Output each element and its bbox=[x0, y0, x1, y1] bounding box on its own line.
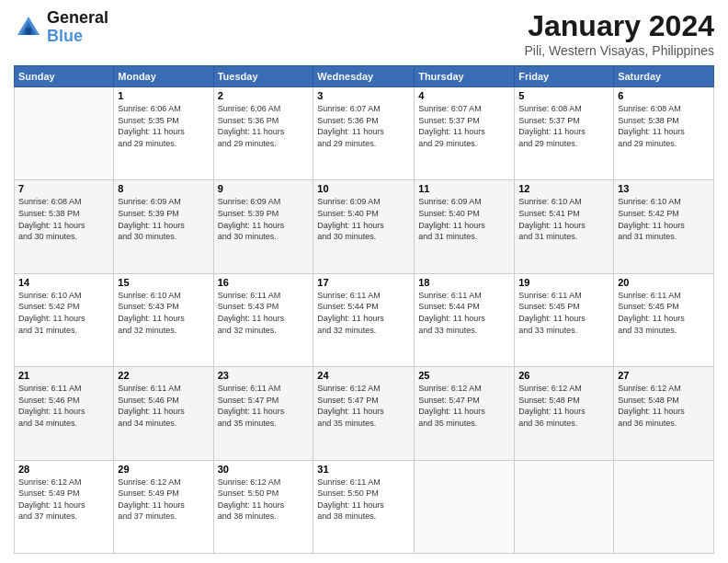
day-cell: 17Sunrise: 6:11 AMSunset: 5:44 PMDayligh… bbox=[313, 273, 415, 366]
day-number: 1 bbox=[118, 90, 209, 101]
day-cell: 2Sunrise: 6:06 AMSunset: 5:36 PMDaylight… bbox=[213, 87, 313, 180]
day-info: Sunrise: 6:11 AMSunset: 5:44 PMDaylight:… bbox=[418, 290, 510, 336]
logo-icon bbox=[14, 13, 43, 42]
day-info: Sunrise: 6:07 AMSunset: 5:36 PMDaylight:… bbox=[317, 103, 410, 149]
day-info: Sunrise: 6:09 AMSunset: 5:40 PMDaylight:… bbox=[418, 196, 510, 242]
day-cell bbox=[15, 87, 114, 180]
col-header-saturday: Saturday bbox=[614, 66, 714, 87]
day-number: 28 bbox=[18, 464, 109, 475]
title-block: January 2024 Pili, Western Visayas, Phil… bbox=[525, 9, 714, 58]
day-info: Sunrise: 6:09 AMSunset: 5:40 PMDaylight:… bbox=[317, 196, 410, 242]
day-info: Sunrise: 6:11 AMSunset: 5:43 PMDaylight:… bbox=[218, 290, 310, 336]
day-info: Sunrise: 6:08 AMSunset: 5:38 PMDaylight:… bbox=[618, 103, 710, 149]
day-info: Sunrise: 6:09 AMSunset: 5:39 PMDaylight:… bbox=[118, 196, 209, 242]
day-info: Sunrise: 6:11 AMSunset: 5:47 PMDaylight:… bbox=[218, 383, 310, 429]
week-row-1: 1Sunrise: 6:06 AMSunset: 5:35 PMDaylight… bbox=[15, 87, 714, 180]
day-cell: 18Sunrise: 6:11 AMSunset: 5:44 PMDayligh… bbox=[415, 273, 515, 366]
day-number: 13 bbox=[618, 183, 710, 194]
day-cell: 14Sunrise: 6:10 AMSunset: 5:42 PMDayligh… bbox=[15, 273, 114, 366]
week-row-3: 14Sunrise: 6:10 AMSunset: 5:42 PMDayligh… bbox=[15, 273, 714, 366]
day-number: 30 bbox=[218, 464, 310, 475]
day-cell: 5Sunrise: 6:08 AMSunset: 5:37 PMDaylight… bbox=[515, 87, 614, 180]
day-cell: 21Sunrise: 6:11 AMSunset: 5:46 PMDayligh… bbox=[15, 367, 114, 460]
week-row-5: 28Sunrise: 6:12 AMSunset: 5:49 PMDayligh… bbox=[15, 460, 714, 553]
day-info: Sunrise: 6:12 AMSunset: 5:47 PMDaylight:… bbox=[317, 383, 410, 429]
day-info: Sunrise: 6:12 AMSunset: 5:48 PMDaylight:… bbox=[518, 383, 609, 429]
day-info: Sunrise: 6:12 AMSunset: 5:47 PMDaylight:… bbox=[418, 383, 510, 429]
day-cell: 12Sunrise: 6:10 AMSunset: 5:41 PMDayligh… bbox=[515, 180, 614, 273]
day-cell: 8Sunrise: 6:09 AMSunset: 5:39 PMDaylight… bbox=[114, 180, 213, 273]
day-info: Sunrise: 6:08 AMSunset: 5:37 PMDaylight:… bbox=[518, 103, 609, 149]
day-number: 24 bbox=[317, 370, 410, 381]
day-cell: 22Sunrise: 6:11 AMSunset: 5:46 PMDayligh… bbox=[114, 367, 213, 460]
day-info: Sunrise: 6:11 AMSunset: 5:45 PMDaylight:… bbox=[618, 290, 710, 336]
day-cell: 7Sunrise: 6:08 AMSunset: 5:38 PMDaylight… bbox=[15, 180, 114, 273]
day-cell bbox=[515, 460, 614, 553]
day-number: 7 bbox=[18, 183, 109, 194]
logo-text: General Blue bbox=[47, 9, 108, 46]
day-number: 26 bbox=[518, 370, 609, 381]
day-number: 19 bbox=[518, 277, 609, 288]
day-cell: 11Sunrise: 6:09 AMSunset: 5:40 PMDayligh… bbox=[415, 180, 515, 273]
day-number: 16 bbox=[218, 277, 310, 288]
day-cell: 25Sunrise: 6:12 AMSunset: 5:47 PMDayligh… bbox=[415, 367, 515, 460]
col-header-friday: Friday bbox=[515, 66, 614, 87]
day-info: Sunrise: 6:11 AMSunset: 5:46 PMDaylight:… bbox=[118, 383, 209, 429]
day-cell: 10Sunrise: 6:09 AMSunset: 5:40 PMDayligh… bbox=[313, 180, 415, 273]
day-cell: 23Sunrise: 6:11 AMSunset: 5:47 PMDayligh… bbox=[213, 367, 313, 460]
header: General Blue January 2024 Pili, Western … bbox=[14, 9, 714, 58]
day-number: 27 bbox=[618, 370, 710, 381]
day-cell: 15Sunrise: 6:10 AMSunset: 5:43 PMDayligh… bbox=[114, 273, 213, 366]
week-row-2: 7Sunrise: 6:08 AMSunset: 5:38 PMDaylight… bbox=[15, 180, 714, 273]
day-number: 3 bbox=[317, 90, 410, 101]
day-cell: 6Sunrise: 6:08 AMSunset: 5:38 PMDaylight… bbox=[614, 87, 714, 180]
day-info: Sunrise: 6:11 AMSunset: 5:44 PMDaylight:… bbox=[317, 290, 410, 336]
day-info: Sunrise: 6:07 AMSunset: 5:37 PMDaylight:… bbox=[418, 103, 510, 149]
day-cell bbox=[415, 460, 515, 553]
day-info: Sunrise: 6:11 AMSunset: 5:45 PMDaylight:… bbox=[518, 290, 609, 336]
day-number: 20 bbox=[618, 277, 710, 288]
day-number: 8 bbox=[118, 183, 209, 194]
day-number: 25 bbox=[418, 370, 510, 381]
week-row-4: 21Sunrise: 6:11 AMSunset: 5:46 PMDayligh… bbox=[15, 367, 714, 460]
day-cell: 9Sunrise: 6:09 AMSunset: 5:39 PMDaylight… bbox=[213, 180, 313, 273]
day-cell: 13Sunrise: 6:10 AMSunset: 5:42 PMDayligh… bbox=[614, 180, 714, 273]
logo-line2: Blue bbox=[47, 28, 108, 46]
day-info: Sunrise: 6:09 AMSunset: 5:39 PMDaylight:… bbox=[218, 196, 310, 242]
day-cell: 31Sunrise: 6:11 AMSunset: 5:50 PMDayligh… bbox=[313, 460, 415, 553]
day-number: 6 bbox=[618, 90, 710, 101]
day-number: 31 bbox=[317, 464, 410, 475]
day-number: 5 bbox=[518, 90, 609, 101]
day-info: Sunrise: 6:12 AMSunset: 5:49 PMDaylight:… bbox=[118, 477, 209, 523]
day-cell: 19Sunrise: 6:11 AMSunset: 5:45 PMDayligh… bbox=[515, 273, 614, 366]
day-cell: 27Sunrise: 6:12 AMSunset: 5:48 PMDayligh… bbox=[614, 367, 714, 460]
calendar-table: SundayMondayTuesdayWednesdayThursdayFrid… bbox=[14, 65, 714, 554]
col-header-sunday: Sunday bbox=[15, 66, 114, 87]
day-cell: 24Sunrise: 6:12 AMSunset: 5:47 PMDayligh… bbox=[313, 367, 415, 460]
header-row: SundayMondayTuesdayWednesdayThursdayFrid… bbox=[15, 66, 714, 87]
day-number: 14 bbox=[18, 277, 109, 288]
day-cell: 29Sunrise: 6:12 AMSunset: 5:49 PMDayligh… bbox=[114, 460, 213, 553]
logo-line1: General bbox=[47, 9, 108, 28]
day-number: 15 bbox=[118, 277, 209, 288]
day-info: Sunrise: 6:08 AMSunset: 5:38 PMDaylight:… bbox=[18, 196, 109, 242]
day-number: 22 bbox=[118, 370, 209, 381]
day-cell: 4Sunrise: 6:07 AMSunset: 5:37 PMDaylight… bbox=[415, 87, 515, 180]
day-number: 12 bbox=[518, 183, 609, 194]
day-number: 29 bbox=[118, 464, 209, 475]
day-cell: 28Sunrise: 6:12 AMSunset: 5:49 PMDayligh… bbox=[15, 460, 114, 553]
svg-rect-2 bbox=[26, 28, 31, 35]
day-number: 11 bbox=[418, 183, 510, 194]
page: General Blue January 2024 Pili, Western … bbox=[0, 0, 728, 563]
day-info: Sunrise: 6:10 AMSunset: 5:42 PMDaylight:… bbox=[18, 290, 109, 336]
day-cell: 20Sunrise: 6:11 AMSunset: 5:45 PMDayligh… bbox=[614, 273, 714, 366]
day-info: Sunrise: 6:12 AMSunset: 5:50 PMDaylight:… bbox=[218, 477, 310, 523]
subtitle: Pili, Western Visayas, Philippines bbox=[525, 43, 714, 58]
day-info: Sunrise: 6:10 AMSunset: 5:41 PMDaylight:… bbox=[518, 196, 609, 242]
day-number: 2 bbox=[218, 90, 310, 101]
day-info: Sunrise: 6:10 AMSunset: 5:43 PMDaylight:… bbox=[118, 290, 209, 336]
col-header-wednesday: Wednesday bbox=[313, 66, 415, 87]
day-cell: 16Sunrise: 6:11 AMSunset: 5:43 PMDayligh… bbox=[213, 273, 313, 366]
day-info: Sunrise: 6:06 AMSunset: 5:35 PMDaylight:… bbox=[118, 103, 209, 149]
day-info: Sunrise: 6:11 AMSunset: 5:50 PMDaylight:… bbox=[317, 477, 410, 523]
